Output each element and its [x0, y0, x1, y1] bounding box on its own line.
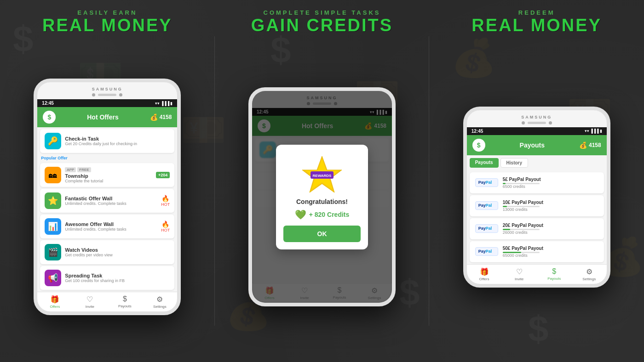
payout-info-4: 50£ PayPal Payout 65000 credits	[503, 246, 543, 258]
awesome-hot: 🔥 HOT	[161, 221, 170, 232]
payout-credits-3: 26000 credits	[503, 230, 543, 235]
nav-settings-label-left: Settings	[153, 305, 167, 309]
nav-settings-icon-left: ⚙	[156, 295, 163, 304]
flame-icon-1: 🔥	[161, 195, 170, 202]
nav-offers-right[interactable]: 🎁 Offers	[467, 267, 502, 281]
paypal-logo-2: PayPal	[475, 201, 498, 210]
money-icon: 💚	[295, 209, 306, 220]
nav-invite-label-right: Invite	[515, 277, 523, 281]
nav-settings-icon-right: ⚙	[586, 267, 592, 276]
fantastic-text: Fantastic Offer Wall Unlimited credits. …	[65, 196, 157, 206]
nav-offers-label-right: Offers	[479, 277, 489, 281]
nav-settings-right[interactable]: ⚙ Settings	[572, 267, 607, 281]
nav-settings-label-right: Settings	[582, 277, 596, 281]
payout-credits-4: 65000 credits	[503, 253, 543, 258]
nav-offers-label-left: Offers	[50, 305, 60, 309]
nav-offers-icon-left: 🎁	[50, 295, 59, 304]
payout-info-2: 10£ PayPal Payout 13000 credits	[503, 200, 543, 212]
dialog-credits-text: + 820 Credits	[309, 211, 350, 218]
phone-right-credits-value: 4158	[589, 142, 601, 148]
nav-payouts-right[interactable]: $ Payouts	[537, 267, 572, 281]
phone-middle: SAMSUNG 12:45 ▾▾ ▐▐▐ ▮	[248, 87, 396, 306]
payout-info-1: 5£ PayPal Payout 6500 credits	[503, 177, 541, 189]
battery-icon: ▮	[170, 101, 172, 106]
svg-text:REWARDS: REWARDS	[313, 174, 332, 178]
township-subtitle: Complete the tutorial	[65, 179, 152, 183]
phone-right-app-header: $ Payouts 💰 4158	[467, 135, 607, 155]
payouts-tabs: Payouts History	[467, 155, 607, 170]
phone-left-top: SAMSUNG	[37, 82, 177, 99]
township-title: Township	[65, 173, 152, 179]
wifi-icon-r: ▾▾	[585, 129, 589, 133]
nav-invite-left[interactable]: ♡ Invite	[72, 295, 107, 309]
phone-right-brand: SAMSUNG	[521, 115, 552, 119]
township-badge: +204	[156, 172, 170, 178]
list-item-checkin[interactable]: 🔑 Check-in Task Get 20 Credits daily jus…	[40, 129, 174, 153]
phone-left-content: 🔑 Check-in Task Get 20 Credits daily jus…	[37, 127, 177, 292]
dialog-credits: 💚 + 820 Credits	[283, 209, 361, 220]
phone-left-app-header: $ Hot Offers 💰 4158	[37, 107, 177, 127]
phone-left-credits: 💰 4158	[150, 113, 172, 121]
township-icon: 🏘	[45, 167, 61, 183]
phone-left-credits-value: 4158	[160, 114, 172, 120]
dialog-ok-button[interactable]: OK	[283, 226, 361, 242]
fantastic-title: Fantastic Offer Wall	[65, 196, 157, 201]
phone-right-status-icons: ▾▾ ▐▐▐ ▮	[585, 129, 602, 133]
phone-right-app-title: Payouts	[520, 141, 545, 149]
payout-item-10[interactable]: PayPal 10£ PayPal Payout 13000 credits	[470, 195, 604, 216]
payout-item-5[interactable]: PayPal 5£ PayPal Payout 6500 credits	[470, 172, 604, 193]
fantastic-subtitle: Unlimited credits. Complete tasks	[65, 201, 157, 206]
phone-right-top: SAMSUNG	[467, 110, 607, 127]
signal-icon-r: ▐▐▐	[590, 129, 599, 133]
dialog-overlay: REWARDS Congratulations! 💚 + 820 Credits…	[252, 91, 392, 303]
phone-middle-wrapper: SAMSUNG 12:45 ▾▾ ▐▐▐ ▮	[248, 41, 396, 353]
nav-invite-icon-left: ♡	[86, 295, 93, 304]
awesome-text: Awesome Offer Wall Unlimited credits. Co…	[65, 221, 157, 232]
payout-item-20[interactable]: PayPal 20£ PayPal Payout 26000 credits	[470, 218, 604, 239]
phone-right-sensors	[522, 121, 552, 124]
panel-right-header: REDEEM REAL MONEY	[472, 9, 602, 34]
spreading-icon: 📢	[45, 270, 61, 286]
dialog-title: Congratulations!	[283, 198, 361, 205]
checkin-icon: 🔑	[45, 133, 61, 149]
fantastic-hot: 🔥 HOT	[161, 195, 170, 207]
rewards-star-icon: REWARDS	[301, 154, 343, 195]
nav-payouts-icon-right: $	[552, 267, 556, 276]
paypal-logo-4: PayPal	[475, 247, 498, 256]
paypal-logo-1: PayPal	[475, 178, 498, 187]
spreading-subtitle: Get 100 credits for sharing in FB	[65, 278, 170, 283]
checkin-text: Check-in Task Get 20 Credits daily just …	[65, 136, 170, 146]
list-item-videos[interactable]: 🎬 Watch Videos Get credits per video vie…	[40, 240, 174, 264]
phone-right-nav: 🎁 Offers ♡ Invite $ Payouts ⚙ Settings	[467, 264, 607, 284]
panel-middle-header: COMPLETE SIMPLE TASKS GAIN CREDITS	[251, 9, 393, 34]
list-item-awesome[interactable]: 📊 Awesome Offer Wall Unlimited credits. …	[40, 215, 174, 238]
dialog-box: REWARDS Congratulations! 💚 + 820 Credits…	[276, 145, 368, 249]
videos-text: Watch Videos Get credits per video view	[65, 247, 170, 257]
phone-left-status-icons: ▾▾ ▐▐▐ ▮	[155, 101, 172, 106]
phone-left: SAMSUNG 12:45 ▾▾ ▐▐▐ ▮	[34, 79, 181, 315]
phone-left-time: 12:45	[42, 101, 54, 106]
payout-item-50[interactable]: PayPal 50£ PayPal Payout 65000 credits	[470, 241, 604, 262]
tab-history[interactable]: History	[500, 158, 528, 168]
awesome-title: Awesome Offer Wall	[65, 221, 157, 227]
nav-invite-right[interactable]: ♡ Invite	[502, 267, 537, 281]
videos-icon: 🎬	[45, 244, 61, 260]
phone-right-camera2	[549, 121, 552, 124]
panel-middle-title: GAIN CREDITS	[251, 17, 393, 34]
nav-settings-left[interactable]: ⚙ Settings	[142, 295, 177, 309]
nav-offers-left[interactable]: 🎁 Offers	[37, 295, 72, 309]
phone-left-camera2	[119, 93, 122, 96]
nav-payouts-left[interactable]: $ Payouts	[107, 295, 142, 309]
wifi-icon: ▾▾	[155, 101, 160, 106]
awesome-subtitle: Unlimited credits. Complete tasks	[65, 227, 157, 232]
payout-title-1: 5£ PayPal Payout	[503, 177, 541, 182]
list-item-spreading[interactable]: 📢 Spreading Task Get 100 credits for sha…	[40, 266, 174, 290]
phone-right-content: Payouts History PayPal 5£ PayPal Payout …	[467, 155, 607, 264]
list-item-township[interactable]: 🏘 APP FREE Township Complete the tutoria…	[40, 163, 174, 187]
phone-left-logo: $	[43, 111, 56, 124]
list-item-fantastic[interactable]: ⭐ Fantastic Offer Wall Unlimited credits…	[40, 189, 174, 213]
panel-right-title: REAL MONEY	[472, 17, 602, 34]
flame-icon-2: 🔥	[161, 221, 170, 228]
tab-payouts[interactable]: Payouts	[470, 158, 499, 168]
payout-credits-2: 13000 credits	[503, 207, 543, 212]
